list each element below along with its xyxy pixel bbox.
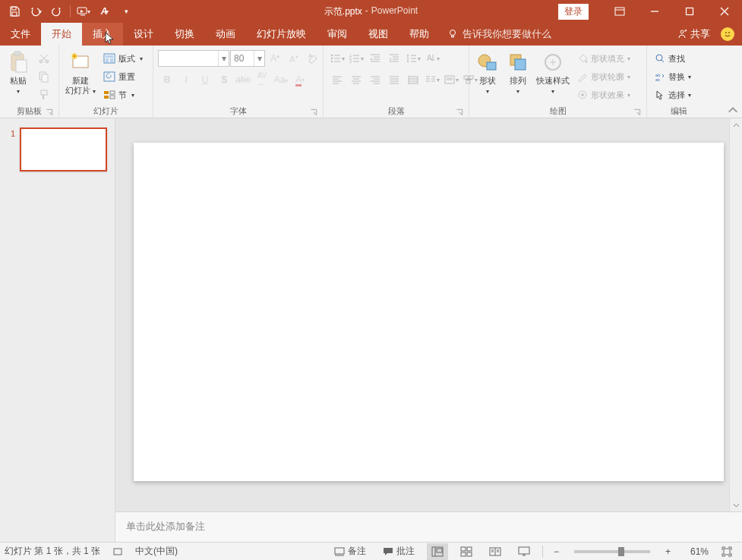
zoom-level[interactable]: 61% bbox=[681, 546, 709, 557]
close-button[interactable] bbox=[707, 0, 742, 23]
slideshow-view-button[interactable] bbox=[513, 543, 535, 560]
save-button[interactable] bbox=[5, 2, 24, 21]
fit-to-window-button[interactable] bbox=[716, 543, 737, 560]
bucket-icon bbox=[577, 53, 588, 64]
start-from-beginning-button[interactable]: ▾ bbox=[74, 2, 93, 21]
text-direction-button[interactable]: A▾ bbox=[423, 50, 441, 67]
strikethrough-button[interactable]: abc bbox=[234, 71, 252, 88]
tab-transitions[interactable]: 切换 bbox=[164, 23, 205, 46]
increase-font-button[interactable]: A▴ bbox=[266, 50, 284, 67]
font-size-combo[interactable]: 80▾ bbox=[230, 50, 265, 67]
feedback-button[interactable] bbox=[721, 27, 734, 41]
align-right-button[interactable] bbox=[366, 71, 384, 88]
reading-view-button[interactable] bbox=[485, 543, 506, 560]
copy-button[interactable] bbox=[35, 68, 53, 85]
normal-view-button[interactable] bbox=[427, 543, 448, 560]
svg-rect-43 bbox=[515, 59, 526, 70]
scroll-up-button[interactable] bbox=[730, 118, 742, 131]
redo-button[interactable] bbox=[47, 2, 67, 21]
cut-button[interactable] bbox=[35, 50, 53, 67]
numbering-button[interactable]: 123▾ bbox=[347, 50, 365, 67]
shadow-button[interactable]: S bbox=[215, 71, 233, 88]
shapes-button[interactable]: 形状▾ bbox=[472, 49, 503, 98]
align-left-button[interactable] bbox=[328, 71, 346, 88]
italic-button[interactable]: I bbox=[177, 71, 195, 88]
tab-design[interactable]: 设计 bbox=[123, 23, 164, 46]
decrease-font-button[interactable]: A▾ bbox=[285, 50, 303, 67]
find-button[interactable]: 查找 bbox=[652, 50, 694, 67]
minimize-button[interactable] bbox=[637, 0, 672, 23]
replace-button[interactable]: abac替换▾ bbox=[652, 68, 694, 85]
tell-me-search[interactable]: 告诉我你想要做什么 bbox=[447, 23, 551, 46]
zoom-out-button[interactable]: − bbox=[551, 543, 562, 560]
columns-button[interactable]: ▾ bbox=[423, 71, 441, 88]
zoom-in-button[interactable]: + bbox=[662, 543, 674, 560]
slide-thumbnail-panel[interactable]: 1 bbox=[0, 118, 115, 542]
clipboard-launcher[interactable] bbox=[45, 108, 54, 117]
font-color-button[interactable]: A▾ bbox=[291, 71, 309, 88]
notes-toggle-button[interactable]: 备注 bbox=[330, 543, 371, 560]
tab-review[interactable]: 审阅 bbox=[317, 23, 358, 46]
font-launcher[interactable] bbox=[309, 108, 318, 117]
paragraph-launcher[interactable] bbox=[455, 108, 464, 117]
bold-button[interactable]: B bbox=[158, 71, 176, 88]
ribbon-display-options-button[interactable] bbox=[602, 0, 637, 23]
decrease-indent-button[interactable] bbox=[366, 50, 384, 67]
tab-file[interactable]: 文件 bbox=[0, 23, 41, 46]
accessibility-check-button[interactable] bbox=[108, 543, 128, 560]
line-spacing-button[interactable]: ▾ bbox=[404, 50, 422, 67]
slide-thumbnail-image[interactable] bbox=[20, 127, 107, 171]
undo-button[interactable]: ▾ bbox=[26, 2, 46, 21]
font-name-combo[interactable]: ▾ bbox=[158, 50, 229, 67]
justify-button[interactable] bbox=[385, 71, 403, 88]
distributed-button[interactable] bbox=[404, 71, 422, 88]
login-button[interactable]: 登录 bbox=[558, 4, 589, 20]
align-text-button[interactable]: ▾ bbox=[442, 71, 460, 88]
shape-outline-button[interactable]: 形状轮廓▾ bbox=[574, 68, 633, 85]
tab-help[interactable]: 帮助 bbox=[399, 23, 440, 46]
char-spacing-button[interactable]: AV↔ bbox=[253, 71, 271, 88]
notes-pane[interactable]: 单击此处添加备注 bbox=[115, 511, 742, 542]
slide[interactable] bbox=[134, 143, 724, 481]
drawing-launcher[interactable] bbox=[633, 108, 642, 117]
shape-fill-button[interactable]: 形状填充▾ bbox=[574, 50, 633, 67]
shapes-icon bbox=[476, 52, 499, 73]
zoom-slider[interactable] bbox=[574, 550, 650, 553]
reset-button[interactable]: 重置 bbox=[100, 68, 146, 85]
paste-button[interactable]: 粘贴▾ bbox=[3, 49, 33, 98]
tab-view[interactable]: 视图 bbox=[358, 23, 399, 46]
slide-sorter-view-button[interactable] bbox=[456, 543, 477, 560]
scroll-down-button[interactable] bbox=[730, 499, 742, 511]
quick-styles-button[interactable]: 快速样式▾ bbox=[533, 49, 573, 98]
zoom-slider-thumb[interactable] bbox=[618, 547, 624, 556]
maximize-button[interactable] bbox=[672, 0, 707, 23]
tab-insert[interactable]: 插入 bbox=[82, 23, 123, 46]
section-button[interactable]: 节▾ bbox=[100, 87, 146, 103]
bullets-button[interactable]: ▾ bbox=[328, 50, 346, 67]
select-button[interactable]: 选择▾ bbox=[652, 87, 694, 103]
tab-home[interactable]: 开始 bbox=[41, 23, 82, 46]
vertical-scrollbar[interactable] bbox=[729, 118, 742, 511]
tab-animations[interactable]: 动画 bbox=[205, 23, 246, 46]
change-case-button[interactable]: Aa▾ bbox=[272, 71, 290, 88]
increase-indent-button[interactable] bbox=[385, 50, 403, 67]
comments-toggle-button[interactable]: 批注 bbox=[378, 543, 419, 560]
underline-button[interactable]: U bbox=[196, 71, 214, 88]
collapse-ribbon-button[interactable] bbox=[727, 104, 739, 116]
group-clipboard: 粘贴▾ 剪贴板 bbox=[0, 46, 59, 118]
arrange-button[interactable]: 排列▾ bbox=[503, 49, 533, 98]
shape-effects-button[interactable]: 形状效果▾ bbox=[574, 87, 633, 103]
svg-rect-20 bbox=[106, 55, 113, 58]
customize-qat-button[interactable]: ▾ bbox=[116, 2, 136, 21]
language-indicator[interactable]: 中文(中国) bbox=[135, 545, 178, 558]
slide-thumbnail[interactable]: 1 bbox=[0, 126, 115, 173]
share-button[interactable]: 共享 bbox=[677, 27, 710, 41]
tab-slideshow[interactable]: 幻灯片放映 bbox=[246, 23, 317, 46]
slide-canvas-area[interactable] bbox=[115, 118, 742, 511]
touch-mouse-mode-button[interactable]: A▾ bbox=[95, 2, 115, 21]
align-center-button[interactable] bbox=[347, 71, 365, 88]
new-slide-button[interactable]: 新建 幻灯片 ▾ bbox=[62, 49, 99, 98]
layout-button[interactable]: 版式▾ bbox=[100, 50, 146, 67]
format-painter-button[interactable] bbox=[35, 87, 53, 103]
clear-formatting-button[interactable]: A bbox=[304, 50, 322, 67]
